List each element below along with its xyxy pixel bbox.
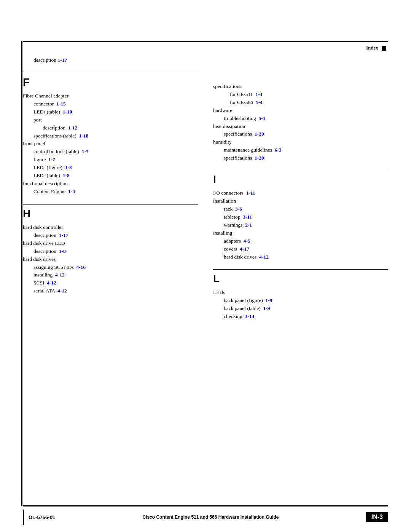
link-back-panel-tbl[interactable]: 1-9 <box>263 305 270 311</box>
link-port-desc[interactable]: 1-12 <box>68 125 78 131</box>
entry-back-panel-fig: back panel (figure) 1-9 <box>224 297 388 305</box>
link-leds-table[interactable]: 1-10 <box>63 109 72 115</box>
link-humidity-maint[interactable]: 6-3 <box>275 147 282 153</box>
section-H-letter: H <box>23 208 198 220</box>
entry-humidity-maint: maintenance guidelines 6-3 <box>224 146 388 154</box>
link-io-connectors[interactable]: 1-11 <box>246 190 255 196</box>
left-column: F Fibre Channel adapter connector 1-15 L… <box>23 71 198 329</box>
entry-adapters: adapters 4-5 <box>224 237 388 245</box>
link-back-panel-fig[interactable]: 1-9 <box>265 297 272 303</box>
entry-rack: rack 3-6 <box>224 205 388 213</box>
entry-hdd-led: hard disk drive LED <box>23 240 198 248</box>
top-description-entry: description 1-17 <box>33 56 388 64</box>
entry-hw-troubleshoot: troubleshooting 5-1 <box>224 115 388 123</box>
top-desc-link[interactable]: 1-17 <box>57 57 67 63</box>
footer-left-bar <box>23 510 24 525</box>
section-H-divider <box>23 204 198 204</box>
link-serial-ata[interactable]: 4-12 <box>57 288 67 294</box>
entry-tabletop: tabletop 3-11 <box>224 213 388 221</box>
entry-fibre-channel: Fibre Channel adapter <box>23 92 198 100</box>
entry-hdd-controller: hard disk controller <box>23 224 198 232</box>
index-label: Index <box>366 45 378 51</box>
entry-control-buttons: control buttons (table) 1-7 <box>33 148 198 156</box>
two-column-layout: F Fibre Channel adapter connector 1-15 L… <box>23 71 388 329</box>
entry-covers: covers 4-17 <box>224 245 388 253</box>
footer: OL-5756-01 Cisco Content Engine 511 and … <box>0 505 411 532</box>
section-I: I I/O connectors 1-11 installation rack … <box>213 170 388 261</box>
top-desc-label: description <box>33 57 56 63</box>
entry-serial-ata: serial ATA 4-12 <box>33 287 198 295</box>
entry-hdd2: hard disk drives 4-12 <box>224 253 388 261</box>
link-scsi[interactable]: 4-12 <box>47 280 56 286</box>
entry-specs-table: specifications (table) 1-18 <box>33 132 198 140</box>
entry-warnings: warnings 2-1 <box>224 221 388 229</box>
entry-hdd-installing: installing 4-12 <box>33 271 198 279</box>
link-hdd-installing[interactable]: 4-12 <box>55 272 65 278</box>
link-ce511[interactable]: 1-4 <box>255 91 262 97</box>
link-hdd2[interactable]: 4-12 <box>259 254 269 260</box>
entry-heat-dissipation: heat dissipation <box>213 123 388 131</box>
entry-scsi-ids: assigning SCSI IDs 4-16 <box>33 264 198 272</box>
entry-humidity: humidity <box>213 138 388 146</box>
link-connector[interactable]: 1-15 <box>56 101 66 107</box>
entry-installation: installation <box>213 197 388 205</box>
link-figure[interactable]: 1-7 <box>48 157 55 162</box>
entry-port: port <box>33 116 198 124</box>
link-specs-table[interactable]: 1-18 <box>79 133 89 139</box>
section-F-divider <box>23 73 198 73</box>
link-checking[interactable]: 3-14 <box>245 313 254 319</box>
link-hdd-ctrl-desc[interactable]: 1-17 <box>59 232 68 238</box>
section-L-letter: L <box>213 273 388 285</box>
right-column: specifications for CE-511 1-4 for CE-566… <box>213 71 388 329</box>
link-scsi-ids[interactable]: 4-16 <box>76 264 86 270</box>
entry-ce566: for CE-566 1-4 <box>230 99 388 107</box>
link-tabletop[interactable]: 3-11 <box>243 214 252 220</box>
entry-specs: specifications <box>213 83 388 91</box>
main-content: description 1-17 F Fibre Channel adapter… <box>23 56 388 502</box>
page: Index description 1-17 F Fibre Channel a… <box>0 0 411 532</box>
section-I-letter: I <box>213 173 388 185</box>
entry-hdd-led-desc: description 1-8 <box>33 248 198 256</box>
entry-functional-desc: functional description <box>23 180 198 188</box>
section-F-letter: F <box>23 76 198 88</box>
entry-leds-table2: LEDs (table) 1-8 <box>33 172 198 180</box>
link-heat-specs[interactable]: 1-20 <box>255 131 264 137</box>
section-L: L LEDs back panel (figure) 1-9 back pane… <box>213 269 388 321</box>
entry-hdd: hard disk drives <box>23 256 198 264</box>
top-rule <box>23 41 388 42</box>
link-humidity-specs[interactable]: 1-20 <box>255 155 264 161</box>
link-content-engine[interactable]: 1-4 <box>68 189 75 194</box>
link-leds-table2[interactable]: 1-8 <box>63 173 70 178</box>
entry-checking: checking 3-14 <box>224 313 388 321</box>
section-F: F Fibre Channel adapter connector 1-15 L… <box>23 73 198 196</box>
link-hw-troubleshoot[interactable]: 5-1 <box>259 115 266 121</box>
right-top-entries: specifications for CE-511 1-4 for CE-566… <box>213 83 388 162</box>
header-index: Index <box>366 45 386 51</box>
page-number: IN-3 <box>366 512 388 522</box>
link-adapters[interactable]: 4-5 <box>244 238 250 244</box>
entry-connector: connector 1-15 <box>33 100 198 108</box>
link-covers[interactable]: 4-17 <box>240 246 249 252</box>
entry-front-panel: front panel <box>23 140 198 148</box>
header-square <box>382 46 386 51</box>
entry-figure: figure 1-7 <box>33 156 198 164</box>
entry-content-engine: Content Engine 1-4 <box>33 188 198 196</box>
link-control-buttons[interactable]: 1-7 <box>82 149 89 154</box>
left-margin-bar <box>21 41 22 506</box>
entry-port-description: description 1-12 <box>43 124 198 132</box>
entry-leds-figure: LEDs (figure) 1-8 <box>33 164 198 172</box>
link-warnings[interactable]: 2-1 <box>245 222 252 228</box>
entry-scsi: SCSI 4-12 <box>33 279 198 287</box>
footer-title: Cisco Content Engine 511 and 566 Hardwar… <box>55 514 366 520</box>
doc-number: OL-5756-01 <box>29 514 55 520</box>
section-H: H hard disk controller description 1-17 … <box>23 204 198 295</box>
link-leds-figure[interactable]: 1-8 <box>65 165 72 170</box>
entry-heat-specs: specifications 1-20 <box>224 130 388 138</box>
entry-back-panel-tbl: back panel (table) 1-9 <box>224 305 388 313</box>
link-rack[interactable]: 3-6 <box>235 206 242 212</box>
entry-leds-main: LEDs <box>213 289 388 297</box>
link-hdd-led-desc[interactable]: 1-8 <box>59 248 66 254</box>
link-ce566[interactable]: 1-4 <box>256 99 263 105</box>
entry-io-connectors: I/O connectors 1-11 <box>213 189 388 197</box>
entry-hardware: hardware <box>213 107 388 115</box>
